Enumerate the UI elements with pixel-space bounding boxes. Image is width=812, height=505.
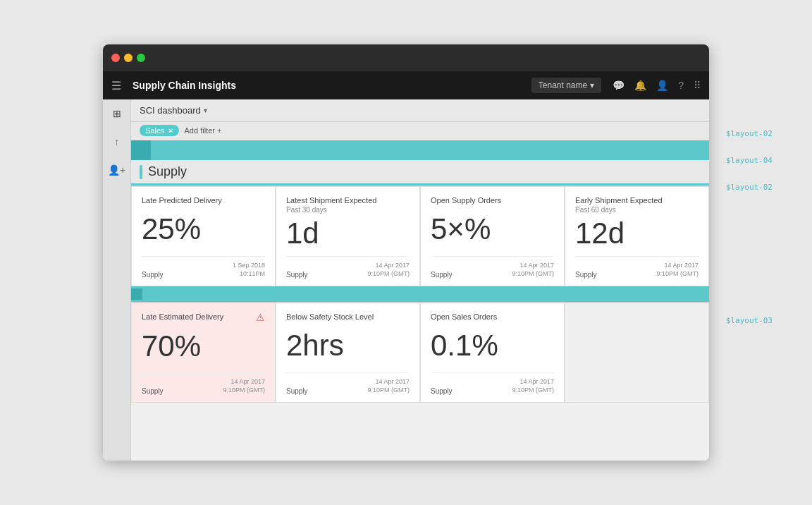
dashboard-selector[interactable]: SCI dashboard ▾	[140, 105, 207, 116]
card3-header: Open Supply Orders	[431, 195, 554, 205]
card3-footer-date: 14 Apr 20179:10PM (GMT)	[512, 261, 554, 279]
sidebar-icon-user[interactable]: 👤+	[105, 162, 128, 178]
card1-footer-date: 1 Sep 201810:11PM	[233, 261, 265, 279]
filter-chip-sales[interactable]: Sales ✕	[140, 125, 179, 136]
card4-footer: Supply 14 Apr 20179:10PM (GMT)	[575, 256, 699, 279]
card5-label: Late Estimated Delivery	[142, 312, 223, 322]
section1-header: Supply	[131, 160, 709, 183]
nav-title: Supply Chain Insights	[133, 80, 520, 91]
card3-value: 5×%	[431, 214, 554, 244]
teal-accent-bar	[131, 140, 709, 160]
card3-label: Open Supply Orders	[431, 195, 501, 205]
card7-value: 0.1%	[431, 331, 554, 360]
card7-label: Open Sales Orders	[431, 312, 497, 322]
card7-header: Open Sales Orders	[431, 312, 554, 322]
navbar: ☰ Supply Chain Insights Tenant name ▾ 💬 …	[103, 71, 709, 99]
filter-chip-remove[interactable]: ✕	[168, 127, 173, 135]
card1-footer-label: Supply	[142, 271, 164, 279]
card4-value: 12d	[575, 219, 699, 248]
mini-teal-dot	[131, 288, 142, 300]
card4-sublabel: Past 60 days	[575, 206, 663, 214]
dashboard-label: SCI dashboard	[140, 105, 201, 116]
card1-value: 25%	[142, 214, 265, 244]
traffic-lights	[111, 54, 145, 62]
card-late-predicted: Late Predicted Delivery 25% Supply 1 Sep…	[132, 187, 275, 286]
card-latest-shipment: Latest Shipment Expected Past 30 days 1d…	[276, 187, 419, 286]
card-late-estimated: Late Estimated Delivery ⚠ 70% Supply 14 …	[132, 303, 275, 402]
card3-footer: Supply 14 Apr 20179:10PM (GMT)	[431, 256, 554, 279]
close-button[interactable]	[111, 54, 120, 62]
maximize-button[interactable]	[137, 54, 145, 62]
bell-icon[interactable]: 🔔	[634, 80, 646, 91]
annotation-3: $layout-02	[726, 183, 773, 192]
card6-footer-label: Supply	[286, 387, 308, 395]
cards-grid-row2: Late Estimated Delivery ⚠ 70% Supply 14 …	[131, 302, 709, 403]
section-accent	[140, 165, 142, 179]
card2-footer: Supply 14 Apr 20179:10PM (GMT)	[286, 256, 410, 279]
card7-footer-date: 14 Apr 20179:10PM (GMT)	[512, 377, 554, 395]
card6-label: Below Safety Stock Level	[286, 312, 374, 322]
card2-footer-date: 14 Apr 20179:10PM (GMT)	[367, 261, 410, 279]
annotation-2: $layout-04	[726, 156, 773, 165]
tenant-label: Tenant name	[539, 80, 587, 90]
titlebar	[103, 44, 709, 71]
card6-footer: Supply 14 Apr 20179:10PM (GMT)	[286, 372, 410, 395]
card2-value: 1d	[286, 219, 410, 248]
user-icon[interactable]: 👤	[656, 80, 668, 91]
card7-footer: Supply 14 Apr 20179:10PM (GMT)	[431, 372, 554, 395]
chat-icon[interactable]: 💬	[613, 80, 625, 91]
card3-footer-label: Supply	[431, 271, 453, 279]
card5-header: Late Estimated Delivery ⚠	[142, 312, 265, 323]
dashboard-chevron: ▾	[204, 107, 207, 114]
card5-value: 70%	[142, 331, 265, 361]
add-filter-label: Add filter	[185, 126, 215, 135]
dashboard-header: SCI dashboard ▾	[131, 99, 709, 122]
teal-bar-dark	[131, 140, 151, 160]
card4-header: Early Shipment Expected Past 60 days	[575, 195, 699, 214]
tenant-chevron: ▾	[590, 80, 594, 90]
sidebar: ⊞ ↑ 👤+	[103, 99, 131, 461]
card6-value: 2hrs	[286, 331, 410, 360]
sidebar-icon-up[interactable]: ↑	[111, 133, 122, 150]
sidebar-icon-dashboard[interactable]: ⊞	[110, 105, 124, 122]
card4-label: Early Shipment Expected	[575, 195, 663, 205]
filter-bar: Sales ✕ Add filter +	[131, 122, 709, 140]
alert-icon: ⚠	[256, 312, 265, 323]
card7-footer-label: Supply	[431, 387, 453, 395]
card2-sublabel: Past 30 days	[286, 206, 376, 214]
minimize-button[interactable]	[124, 54, 133, 62]
tenant-selector[interactable]: Tenant name ▾	[531, 78, 601, 93]
card2-header: Latest Shipment Expected Past 30 days	[286, 195, 410, 214]
card4-footer-date: 14 Apr 20179:10PM (GMT)	[656, 261, 699, 279]
nav-icons: 💬 🔔 👤 ? ⠿	[613, 80, 701, 91]
mini-teal-bar	[131, 286, 709, 302]
card5-footer-label: Supply	[142, 387, 164, 395]
card1-footer: Supply 1 Sep 201810:11PM	[142, 256, 265, 279]
apps-icon[interactable]: ⠿	[694, 80, 701, 91]
empty-card-slot	[565, 303, 708, 402]
card1-label: Late Predicted Delivery	[142, 195, 222, 205]
annotation-1: $layout-02	[726, 129, 773, 138]
card-open-supply: Open Supply Orders 5×% Supply 14 Apr 201…	[421, 187, 564, 286]
card1-header: Late Predicted Delivery	[142, 195, 265, 205]
hamburger-icon[interactable]: ☰	[111, 79, 121, 92]
card6-header: Below Safety Stock Level	[286, 312, 410, 322]
card4-footer-label: Supply	[575, 271, 597, 279]
content-area: SCI dashboard ▾ Sales ✕ Add filter +	[131, 99, 709, 461]
cards-grid-row1: Late Predicted Delivery 25% Supply 1 Sep…	[131, 185, 709, 286]
card2-footer-label: Supply	[286, 271, 308, 279]
add-filter-icon: +	[217, 126, 221, 135]
add-filter-button[interactable]: Add filter +	[185, 126, 222, 135]
section1-title: Supply	[148, 164, 187, 179]
card6-footer-date: 14 Apr 20179:10PM (GMT)	[367, 377, 410, 395]
card-open-sales: Open Sales Orders 0.1% Supply 14 Apr 201…	[421, 303, 564, 402]
main-layout: ⊞ ↑ 👤+ SCI dashboard ▾ Sales ✕	[103, 99, 709, 461]
app-window: ☰ Supply Chain Insights Tenant name ▾ 💬 …	[103, 44, 709, 461]
card-below-safety: Below Safety Stock Level 2hrs Supply 14 …	[276, 303, 419, 402]
card-early-shipment: Early Shipment Expected Past 60 days 12d…	[565, 187, 708, 286]
card2-label: Latest Shipment Expected	[286, 195, 376, 205]
filter-chip-label: Sales	[145, 126, 165, 135]
card5-footer-date: 14 Apr 20179:10PM (GMT)	[223, 377, 265, 395]
help-icon[interactable]: ?	[678, 80, 684, 91]
card5-footer: Supply 14 Apr 20179:10PM (GMT)	[142, 372, 265, 395]
